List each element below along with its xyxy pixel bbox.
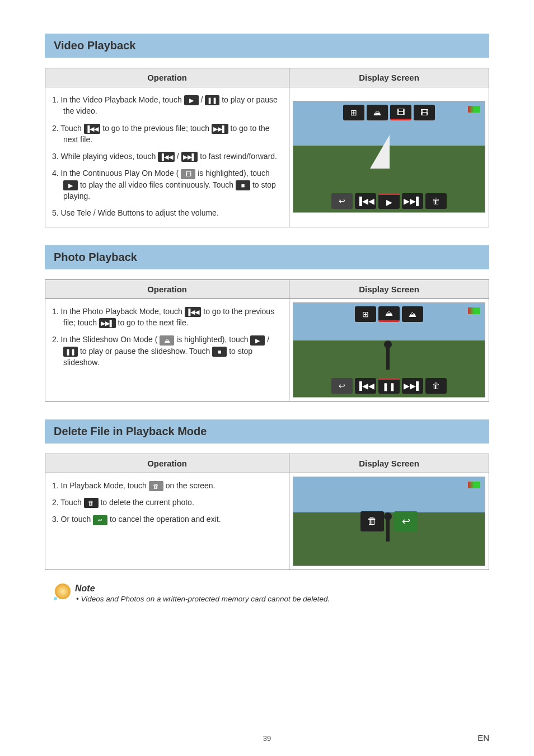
video-playback-table: Operation Display Screen 1. In the Video… — [45, 68, 489, 227]
trash-center-icon[interactable]: 🗑 — [360, 511, 384, 531]
delete-file-screenshot: 🗑 ↩ — [293, 477, 485, 566]
video-step-3: 3. While playing videos, touch ▐◀◀ / ▶▶▌… — [52, 148, 282, 165]
trash-confirm-icon: 🗑 — [84, 498, 99, 508]
col-operation: Operation — [45, 454, 289, 473]
slide-tab-icon[interactable]: ⛰ — [378, 306, 400, 322]
col-display-screen: Display Screen — [289, 279, 489, 298]
photo-playback-heading: Photo Playback — [45, 245, 489, 269]
col-display-screen: Display Screen — [289, 454, 489, 473]
prev-icon: ▐◀◀ — [185, 307, 202, 317]
video-playback-screenshot: ⊞ ⛰ 🎞 🎞 ↩ ▐◀◀ ▶ ▶▶▌ 🗑 — [293, 101, 485, 213]
stop-icon: ■ — [236, 180, 250, 190]
pause-button-icon[interactable]: ❚❚ — [378, 378, 400, 394]
golfer-graphic — [380, 340, 396, 374]
section-photo-playback: Photo Playback Operation Display Screen … — [45, 245, 489, 402]
next-button-icon[interactable]: ▶▶▌ — [402, 193, 423, 209]
reel-tab-icon[interactable]: 🎞 — [414, 105, 435, 120]
section-video-playback: Video Playback Operation Display Screen … — [45, 34, 489, 227]
rewind-icon: ▐◀◀ — [158, 152, 175, 162]
delete-operation-cell: 1. In Playback Mode, touch 🗑 on the scre… — [45, 473, 289, 570]
pause-icon: ❚❚ — [205, 95, 219, 105]
prev-button-icon[interactable]: ▐◀◀ — [355, 378, 376, 394]
cancel-center-icon[interactable]: ↩ — [394, 511, 418, 531]
trash-button-icon[interactable]: 🗑 — [425, 378, 447, 394]
next-icon: ▶▶▌ — [212, 124, 228, 134]
delete-file-heading: Delete File in Playback Mode — [45, 419, 489, 444]
trash-icon: 🗑 — [149, 481, 163, 491]
col-operation: Operation — [45, 68, 289, 87]
back-button-icon[interactable]: ↩ — [331, 378, 353, 394]
video-operation-cell: 1. In the Video Playback Mode, touch ▶ /… — [45, 87, 289, 227]
grid-tab-icon[interactable]: ⊞ — [355, 306, 376, 322]
note-block: Note • Videos and Photos on a written-pr… — [45, 584, 489, 603]
next-icon: ▶▶▌ — [99, 318, 116, 328]
video-step-1: 1. In the Video Playback Mode, touch ▶ /… — [52, 92, 282, 120]
forward-icon: ▶▶▌ — [181, 152, 198, 162]
video-playback-heading: Video Playback — [45, 34, 489, 58]
note-bulb-icon — [55, 584, 71, 599]
battery-icon — [468, 482, 480, 488]
col-operation: Operation — [45, 279, 289, 298]
language-label: EN — [477, 733, 489, 743]
delete-step-1: 1. In Playback Mode, touch 🗑 on the scre… — [52, 478, 282, 494]
play-icon: ▶ — [250, 335, 265, 346]
play-icon: ▶ — [184, 95, 199, 105]
play-button-icon[interactable]: ▶ — [378, 193, 400, 209]
slideshow-mode-icon: ⛰ — [160, 335, 174, 346]
photo-playback-table: Operation Display Screen 1. In the Photo… — [45, 279, 489, 402]
video-step-4: 4. In the Continuous Play On Mode ( 🎞 is… — [52, 165, 282, 205]
note-text: • Videos and Photos on a written-protect… — [75, 595, 330, 603]
grid-tab-icon[interactable]: ⊞ — [343, 105, 364, 120]
photo-playback-screenshot: ⊞ ⛰ ⛰ ↩ ▐◀◀ ❚❚ ▶▶▌ 🗑 — [293, 302, 485, 398]
play-icon: ▶ — [63, 180, 78, 190]
photo-tab-icon[interactable]: ⛰ — [367, 105, 388, 120]
section-delete-file: Delete File in Playback Mode Operation D… — [45, 419, 489, 570]
delete-display-screen-cell: 🗑 ↩ — [289, 473, 489, 570]
delete-step-2: 2. Touch 🗑 to delete the current photo. — [52, 494, 282, 511]
photo-display-screen-cell: ⊞ ⛰ ⛰ ↩ ▐◀◀ ❚❚ ▶▶▌ 🗑 — [289, 298, 489, 401]
film-tab-icon[interactable]: 🎞 — [390, 105, 411, 120]
continuous-mode-icon: 🎞 — [181, 169, 195, 179]
prev-icon: ▐◀◀ — [84, 124, 101, 134]
delete-step-3: 3. Or touch ↩ to cancel the operation an… — [52, 511, 282, 528]
back-button-icon[interactable]: ↩ — [331, 193, 353, 209]
photo-step-2: 2. In the Slideshow On Mode ( ⛰ is highl… — [52, 332, 282, 371]
video-step-5: 5. Use Tele / Wide Buttons to adjust the… — [52, 205, 282, 222]
page-number: 39 — [0, 734, 534, 743]
photo-operation-cell: 1. In the Photo Playback Mode, touch ▐◀◀… — [45, 298, 289, 401]
col-display-screen: Display Screen — [289, 68, 489, 87]
video-step-2: 2. Touch ▐◀◀ to go to the previous file;… — [52, 120, 282, 149]
trash-button-icon[interactable]: 🗑 — [425, 193, 447, 209]
stop-icon: ■ — [212, 347, 227, 357]
next-button-icon[interactable]: ▶▶▌ — [402, 378, 423, 394]
cancel-icon: ↩ — [93, 515, 107, 525]
photo-step-1: 1. In the Photo Playback Mode, touch ▐◀◀… — [52, 304, 282, 332]
delete-file-table: Operation Display Screen 1. In Playback … — [45, 454, 489, 570]
prev-button-icon[interactable]: ▐◀◀ — [355, 193, 376, 209]
video-display-screen-cell: ⊞ ⛰ 🎞 🎞 ↩ ▐◀◀ ▶ ▶▶▌ 🗑 — [289, 87, 489, 227]
photo-tab-icon[interactable]: ⛰ — [402, 306, 423, 322]
note-title: Note — [75, 584, 330, 594]
pause-icon: ❚❚ — [63, 347, 78, 357]
